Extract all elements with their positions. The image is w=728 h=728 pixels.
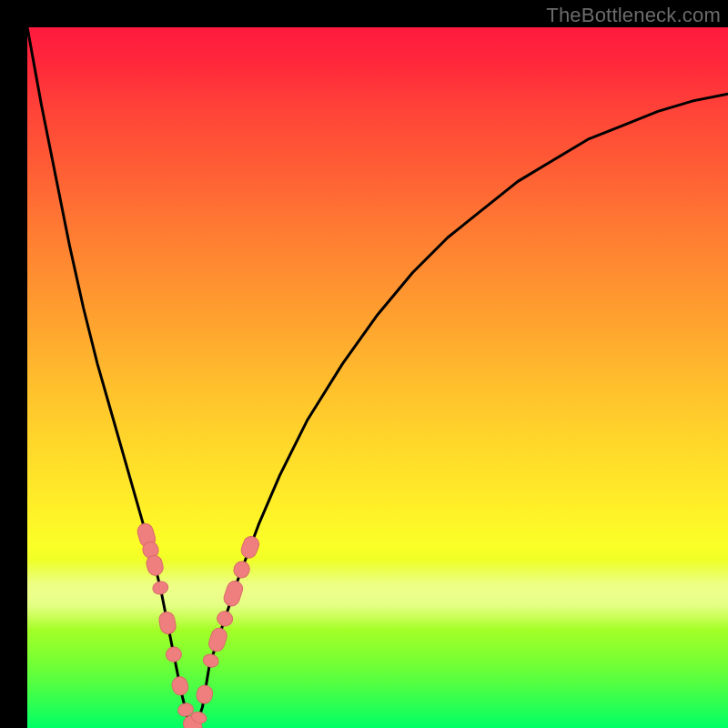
curve-marker	[170, 675, 189, 696]
curve-marker	[232, 560, 252, 581]
svg-rect-15	[232, 560, 252, 581]
curve-marker	[202, 652, 220, 669]
svg-rect-16	[239, 534, 261, 560]
watermark-text: TheBottleneck.com	[546, 4, 721, 27]
bottleneck-curve-layer	[27, 27, 728, 728]
svg-rect-12	[207, 626, 228, 653]
svg-rect-13	[216, 610, 235, 629]
bottleneck-curve	[27, 27, 728, 728]
plot-area	[27, 27, 728, 728]
svg-rect-11	[202, 652, 220, 669]
curve-marker	[165, 646, 183, 663]
svg-rect-3	[151, 580, 169, 595]
svg-rect-14	[222, 579, 245, 608]
chart-frame: TheBottleneck.com	[0, 0, 728, 728]
curve-marker	[222, 579, 245, 608]
curve-marker	[239, 534, 261, 560]
curve-marker	[216, 610, 235, 629]
svg-rect-6	[170, 675, 189, 696]
curve-marker	[196, 684, 214, 705]
svg-rect-4	[157, 611, 177, 635]
svg-rect-5	[165, 646, 183, 663]
curve-marker	[207, 626, 228, 653]
svg-rect-10	[196, 684, 214, 705]
curve-marker	[157, 611, 177, 635]
curve-marker	[151, 580, 169, 595]
